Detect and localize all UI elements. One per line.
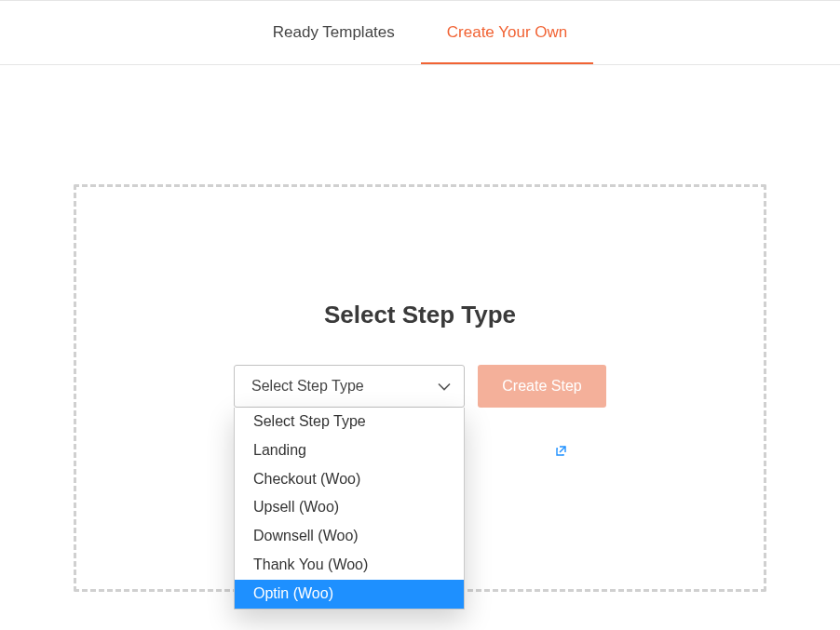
create-step-button[interactable]: Create Step bbox=[478, 365, 606, 408]
tab-bar: Ready Templates Create Your Own bbox=[0, 0, 840, 65]
dropdown-option[interactable]: Upsell (Woo) bbox=[235, 493, 464, 522]
dropdown-option[interactable]: Select Step Type bbox=[235, 408, 464, 436]
dropdown-option[interactable]: Downsell (Woo) bbox=[235, 522, 464, 551]
step-type-panel: Select Step Type Select Step Type Select… bbox=[74, 184, 766, 592]
step-type-select[interactable]: Select Step Type bbox=[234, 365, 465, 408]
controls-row: Select Step Type Select Step Type Landin… bbox=[76, 365, 764, 408]
tab-ready-templates[interactable]: Ready Templates bbox=[247, 2, 421, 63]
chevron-down-icon bbox=[438, 380, 451, 393]
step-type-dropdown: Select Step Type Landing Checkout (Woo) … bbox=[234, 408, 465, 610]
content-area: Select Step Type Select Step Type Select… bbox=[0, 65, 840, 592]
dropdown-option[interactable]: Optin (Woo) bbox=[235, 580, 464, 609]
tab-create-your-own[interactable]: Create Your Own bbox=[421, 2, 593, 63]
step-type-select-wrapper: Select Step Type Select Step Type Landin… bbox=[234, 365, 465, 408]
dropdown-option[interactable]: Checkout (Woo) bbox=[235, 465, 464, 494]
select-value: Select Step Type bbox=[251, 378, 364, 395]
dropdown-option[interactable]: Landing bbox=[235, 436, 464, 465]
dropdown-option[interactable]: Thank You (Woo) bbox=[235, 551, 464, 580]
external-link-icon bbox=[556, 445, 566, 459]
panel-heading: Select Step Type bbox=[76, 301, 764, 329]
